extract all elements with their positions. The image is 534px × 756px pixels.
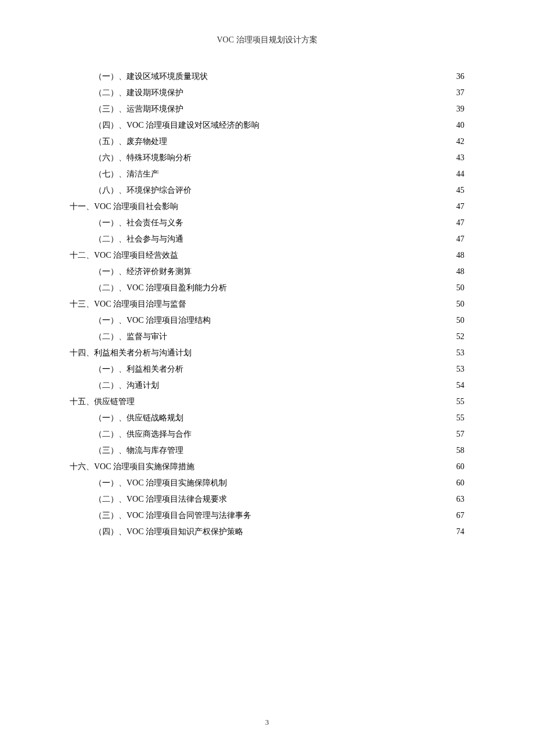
toc-entry-label: （一）、经济评价财务测算 — [94, 264, 192, 280]
toc-entry-label: （七）、清洁生产 — [94, 166, 159, 182]
toc-entry-label: （一）、社会责任与义务 — [94, 215, 183, 231]
toc-entry-page: 50 — [456, 312, 464, 329]
toc-entry-page: 37 — [456, 85, 464, 101]
toc-entry-label: （三）、VOC 治理项目合同管理与法律事务 — [94, 507, 251, 524]
toc-entry-page: 55 — [456, 410, 464, 426]
toc-entry-label: （二）、社会参与与沟通 — [94, 231, 183, 247]
toc-entry[interactable]: 十三、VOC 治理项目治理与监督50 — [70, 296, 464, 312]
toc-entry-label: （四）、VOC 治理项目知识产权保护策略 — [94, 524, 243, 540]
toc-entry-label: （六）、特殊环境影响分析 — [94, 150, 192, 166]
toc-entry[interactable]: （六）、特殊环境影响分析43 — [70, 150, 464, 166]
toc-entry-label: 十六、VOC 治理项目实施保障措施 — [70, 459, 194, 475]
toc-entry[interactable]: 十一、VOC 治理项目社会影响47 — [70, 199, 464, 215]
toc-entry[interactable]: （一）、VOC 治理项目实施保障机制60 — [70, 475, 464, 491]
toc-entry-page: 54 — [456, 377, 464, 394]
toc-entry[interactable]: （二）、建设期环境保护37 — [70, 85, 464, 101]
toc-entry-page: 47 — [456, 199, 464, 215]
toc-entry[interactable]: （二）、社会参与与沟通47 — [70, 231, 464, 247]
toc-entry-page: 50 — [456, 296, 464, 312]
table-of-contents: （一）、建设区域环境质量现状36（二）、建设期环境保护37（三）、运营期环境保护… — [70, 69, 464, 540]
toc-entry-label: （二）、VOC 治理项目法律合规要求 — [94, 491, 227, 507]
toc-entry-page: 60 — [456, 475, 464, 491]
toc-entry[interactable]: （三）、物流与库存管理58 — [70, 442, 464, 459]
toc-entry-page: 57 — [456, 426, 464, 442]
page-number: 3 — [265, 718, 269, 727]
toc-entry[interactable]: （二）、VOC 治理项目法律合规要求63 — [70, 491, 464, 507]
toc-entry-label: （一）、利益相关者分析 — [94, 361, 183, 377]
toc-entry-page: 74 — [456, 524, 464, 540]
toc-entry-label: 十一、VOC 治理项目社会影响 — [70, 199, 178, 215]
toc-entry-page: 43 — [456, 150, 464, 166]
toc-entry-label: （一）、VOC 治理项目治理结构 — [94, 312, 211, 329]
toc-entry-page: 63 — [456, 491, 464, 507]
toc-entry-page: 53 — [456, 345, 464, 361]
toc-entry-page: 40 — [456, 117, 464, 134]
toc-entry[interactable]: （二）、VOC 治理项目盈利能力分析50 — [70, 280, 464, 296]
toc-entry-label: （四）、VOC 治理项目建设对区域经济的影响 — [94, 117, 259, 134]
document-page: VOC 治理项目规划设计方案 （一）、建设区域环境质量现状36（二）、建设期环境… — [0, 0, 534, 563]
toc-entry[interactable]: （一）、经济评价财务测算48 — [70, 264, 464, 280]
toc-entry-label: 十二、VOC 治理项目经营效益 — [70, 247, 178, 264]
toc-entry[interactable]: （四）、VOC 治理项目建设对区域经济的影响40 — [70, 117, 464, 134]
toc-entry-label: （二）、供应商选择与合作 — [94, 426, 192, 442]
toc-entry-label: （二）、建设期环境保护 — [94, 85, 183, 101]
toc-entry-label: （一）、供应链战略规划 — [94, 410, 183, 426]
toc-entry-page: 42 — [456, 134, 464, 150]
toc-entry-label: （三）、物流与库存管理 — [94, 442, 183, 459]
toc-entry[interactable]: （二）、供应商选择与合作57 — [70, 426, 464, 442]
toc-entry[interactable]: 十二、VOC 治理项目经营效益48 — [70, 247, 464, 264]
toc-entry-label: （一）、VOC 治理项目实施保障机制 — [94, 475, 227, 491]
toc-entry-label: （五）、废弃物处理 — [94, 134, 167, 150]
toc-entry-label: （二）、沟通计划 — [94, 377, 159, 394]
toc-entry-page: 60 — [456, 459, 464, 475]
toc-entry-page: 48 — [456, 247, 464, 264]
toc-entry-page: 45 — [456, 182, 464, 199]
toc-entry[interactable]: （一）、利益相关者分析53 — [70, 361, 464, 377]
toc-entry-label: 十五、供应链管理 — [70, 394, 135, 410]
toc-entry[interactable]: （五）、废弃物处理42 — [70, 134, 464, 150]
toc-entry[interactable]: 十四、利益相关者分析与沟通计划53 — [70, 345, 464, 361]
toc-entry-label: （一）、建设区域环境质量现状 — [94, 69, 208, 85]
toc-entry-page: 53 — [456, 361, 464, 377]
page-header-title: VOC 治理项目规划设计方案 — [70, 35, 464, 45]
toc-entry-label: （三）、运营期环境保护 — [94, 101, 183, 117]
toc-entry[interactable]: （七）、清洁生产44 — [70, 166, 464, 182]
toc-entry-page: 55 — [456, 394, 464, 410]
toc-entry[interactable]: 十六、VOC 治理项目实施保障措施60 — [70, 459, 464, 475]
toc-entry[interactable]: （一）、供应链战略规划55 — [70, 410, 464, 426]
toc-entry[interactable]: （一）、VOC 治理项目治理结构50 — [70, 312, 464, 329]
toc-entry-page: 44 — [456, 166, 464, 182]
toc-entry[interactable]: （二）、沟通计划54 — [70, 377, 464, 394]
toc-entry-page: 47 — [456, 215, 464, 231]
toc-entry-label: （二）、监督与审计 — [94, 329, 167, 345]
toc-entry-page: 58 — [456, 442, 464, 459]
toc-entry-page: 52 — [456, 329, 464, 345]
toc-entry-page: 39 — [456, 101, 464, 117]
toc-entry-page: 67 — [456, 507, 464, 524]
toc-entry[interactable]: （八）、环境保护综合评价45 — [70, 182, 464, 199]
toc-entry[interactable]: 十五、供应链管理55 — [70, 394, 464, 410]
toc-entry-page: 47 — [456, 231, 464, 247]
toc-entry-label: （八）、环境保护综合评价 — [94, 182, 192, 199]
toc-entry[interactable]: （三）、运营期环境保护39 — [70, 101, 464, 117]
toc-entry-label: 十三、VOC 治理项目治理与监督 — [70, 296, 186, 312]
toc-entry[interactable]: （一）、建设区域环境质量现状36 — [70, 69, 464, 85]
toc-entry-page: 48 — [456, 264, 464, 280]
toc-entry[interactable]: （二）、监督与审计52 — [70, 329, 464, 345]
toc-entry[interactable]: （四）、VOC 治理项目知识产权保护策略74 — [70, 524, 464, 540]
toc-entry[interactable]: （一）、社会责任与义务47 — [70, 215, 464, 231]
toc-entry-page: 50 — [456, 280, 464, 296]
toc-entry-page: 36 — [456, 69, 464, 85]
toc-entry-label: （二）、VOC 治理项目盈利能力分析 — [94, 280, 227, 296]
toc-entry[interactable]: （三）、VOC 治理项目合同管理与法律事务67 — [70, 507, 464, 524]
toc-entry-label: 十四、利益相关者分析与沟通计划 — [70, 345, 192, 361]
